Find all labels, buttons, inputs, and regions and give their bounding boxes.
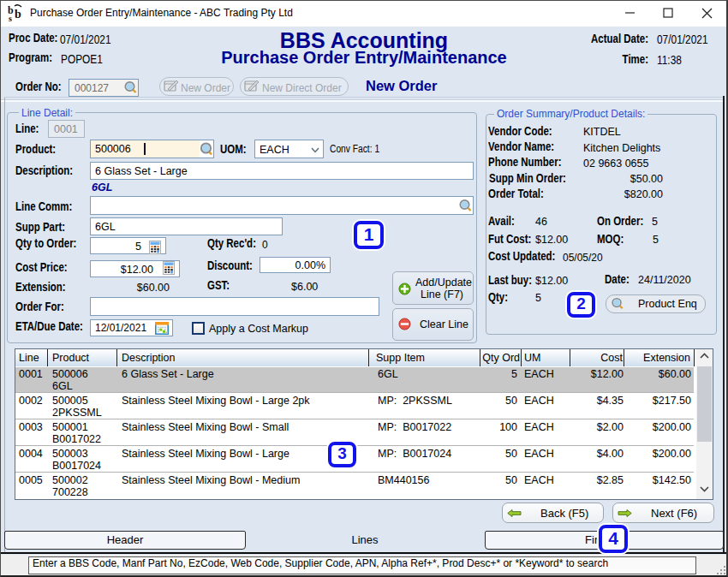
svg-text:b: b (15, 8, 21, 21)
svg-text:s: s (9, 14, 12, 23)
